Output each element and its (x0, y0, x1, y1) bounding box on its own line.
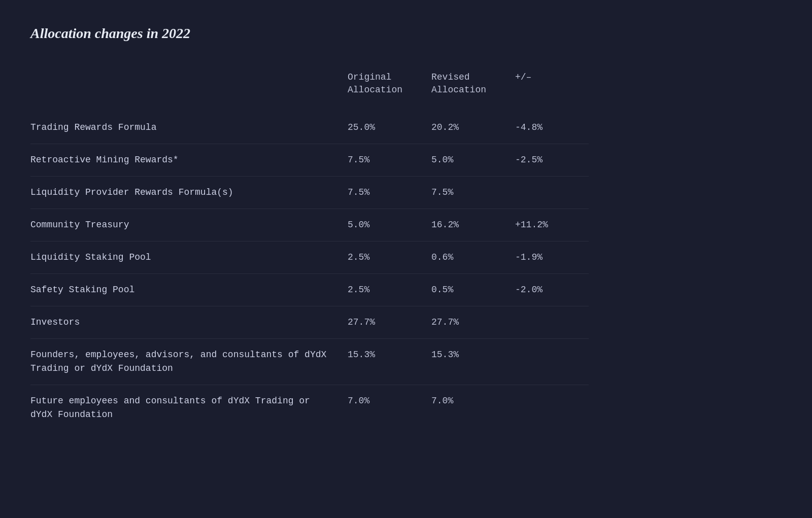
row-revised: 20.2% (421, 112, 505, 144)
row-name: Liquidity Provider Rewards Formula(s) (30, 177, 337, 209)
row-original: 7.0% (337, 385, 421, 431)
row-original: 7.5% (337, 177, 421, 209)
row-diff: -2.0% (505, 274, 589, 306)
row-diff: -1.9% (505, 241, 589, 274)
table-row: Liquidity Provider Rewards Formula(s)7.5… (30, 177, 589, 209)
row-revised: 15.3% (421, 339, 505, 385)
table-row: Liquidity Staking Pool2.5%0.6%-1.9% (30, 241, 589, 274)
row-original: 5.0% (337, 209, 421, 241)
allocation-table: Original Allocation Revised Allocation +… (30, 67, 589, 431)
row-name: Community Treasury (30, 209, 337, 241)
row-name: Investors (30, 306, 337, 339)
row-original: 2.5% (337, 274, 421, 306)
table-header-row: Original Allocation Revised Allocation +… (30, 67, 589, 112)
table-row: Safety Staking Pool2.5%0.5%-2.0% (30, 274, 589, 306)
header-original: Original Allocation (337, 67, 421, 112)
row-original: 25.0% (337, 112, 421, 144)
row-revised: 5.0% (421, 144, 505, 177)
table-row: Community Treasury5.0%16.2%+11.2% (30, 209, 589, 241)
row-diff (505, 339, 589, 385)
row-revised: 7.0% (421, 385, 505, 431)
row-name: Liquidity Staking Pool (30, 241, 337, 274)
row-diff: -2.5% (505, 144, 589, 177)
header-revised: Revised Allocation (421, 67, 505, 112)
page-title: Allocation changes in 2022 (30, 25, 782, 42)
row-original: 7.5% (337, 144, 421, 177)
table-row: Future employees and consultants of dYdX… (30, 385, 589, 431)
row-diff: +11.2% (505, 209, 589, 241)
table-row: Investors27.7%27.7% (30, 306, 589, 339)
header-name (30, 67, 337, 112)
row-original: 27.7% (337, 306, 421, 339)
row-original: 15.3% (337, 339, 421, 385)
row-name: Trading Rewards Formula (30, 112, 337, 144)
row-diff (505, 177, 589, 209)
row-diff (505, 385, 589, 431)
row-diff: -4.8% (505, 112, 589, 144)
table-row: Founders, employees, advisors, and consu… (30, 339, 589, 385)
header-diff: +/– (505, 67, 589, 112)
row-diff (505, 306, 589, 339)
row-revised: 27.7% (421, 306, 505, 339)
row-original: 2.5% (337, 241, 421, 274)
row-name: Safety Staking Pool (30, 274, 337, 306)
row-revised: 7.5% (421, 177, 505, 209)
row-name: Retroactive Mining Rewards* (30, 144, 337, 177)
row-revised: 0.5% (421, 274, 505, 306)
row-name: Founders, employees, advisors, and consu… (30, 339, 337, 385)
row-name: Future employees and consultants of dYdX… (30, 385, 337, 431)
table-row: Retroactive Mining Rewards*7.5%5.0%-2.5% (30, 144, 589, 177)
row-revised: 16.2% (421, 209, 505, 241)
row-revised: 0.6% (421, 241, 505, 274)
table-row: Trading Rewards Formula25.0%20.2%-4.8% (30, 112, 589, 144)
